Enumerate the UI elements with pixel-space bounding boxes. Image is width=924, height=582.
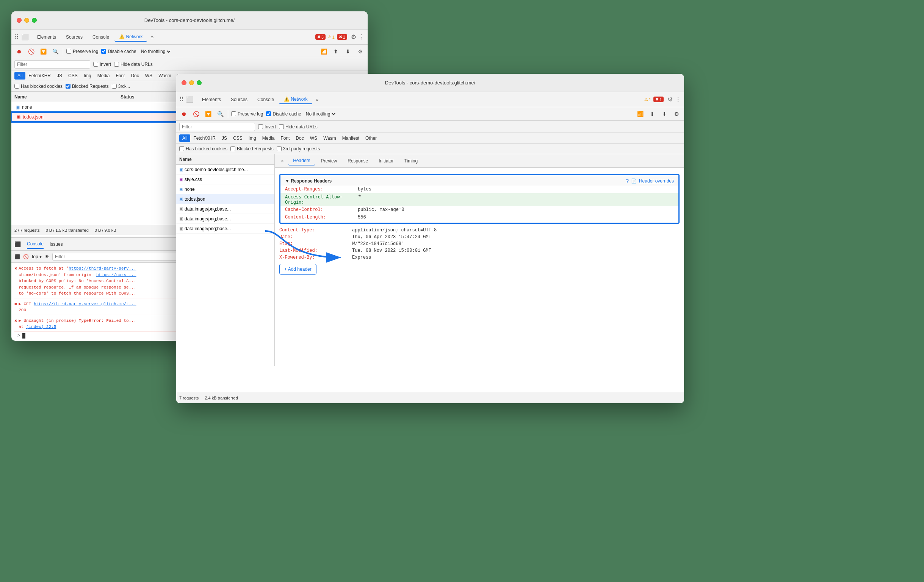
search-btn-back[interactable]: 🔍 [51, 47, 60, 56]
type-all-back[interactable]: All [15, 72, 25, 79]
download-icon-front[interactable]: ⬇ [660, 109, 669, 118]
settings-icon-back[interactable]: ⚙ [351, 33, 356, 41]
tab-console-back[interactable]: Console [88, 33, 114, 41]
error-link-4[interactable]: (index):22:5 [26, 324, 56, 329]
header-override-link[interactable]: Header overrides [639, 178, 674, 184]
tab-network-front[interactable]: ⚠️ Network [279, 95, 312, 104]
wifi-icon[interactable]: 📶 [319, 47, 328, 56]
error-link-2[interactable]: https://cors-... [96, 273, 137, 277]
type-font-front[interactable]: Font [277, 135, 293, 142]
inspect-icon-front[interactable]: ⠿ [179, 96, 184, 103]
invert-label[interactable]: Invert [93, 62, 111, 67]
tab-more-back[interactable]: » [148, 33, 157, 41]
top-dropdown[interactable]: top ▾ [32, 254, 42, 260]
close-detail-btn[interactable]: × [278, 156, 287, 166]
disable-cache-label-front[interactable]: Disable cache [266, 111, 301, 117]
blocked-cookies-label-front[interactable]: Has blocked cookies [179, 146, 228, 151]
filter-btn-front[interactable]: 🔽 [203, 109, 213, 118]
throttle-select-front[interactable]: No throttling [304, 111, 337, 117]
override-file-icon[interactable]: 📄 [631, 178, 637, 184]
add-header-button[interactable]: + Add header [279, 264, 317, 275]
filter-input-front[interactable] [179, 123, 255, 131]
file-row-4[interactable]: ▣ data:image/png;base... [176, 204, 274, 214]
preserve-log-label-front[interactable]: Preserve log [231, 111, 263, 117]
type-wasm-front[interactable]: Wasm [320, 135, 339, 142]
disable-cache-label[interactable]: Disable cache [101, 49, 136, 54]
detail-tab-initiator[interactable]: Initiator [374, 157, 398, 165]
sidebar-expand-icon[interactable]: ⬛ [15, 254, 20, 260]
settings-network-icon[interactable]: ⚙ [355, 47, 365, 56]
blocked-requests-label[interactable]: Blocked Requests [66, 84, 109, 89]
close-button-back[interactable] [16, 18, 21, 23]
file-row-3[interactable]: ▣ todos.json [176, 194, 274, 204]
third-party-label[interactable]: 3rd-... [112, 84, 130, 89]
blocked-requests-check[interactable] [66, 84, 71, 89]
tab-elements-back[interactable]: Elements [33, 33, 61, 41]
hide-data-label-front[interactable]: Hide data URLs [279, 124, 318, 130]
record-btn-front[interactable]: ⏺ [179, 109, 188, 118]
tab-console-front[interactable]: Console [253, 95, 279, 104]
file-row-6[interactable]: ▣ data:image/png;base... [176, 224, 274, 233]
clear-console-icon[interactable]: 🚫 [23, 254, 29, 260]
detail-tab-timing[interactable]: Timing [400, 157, 422, 165]
type-ws-back[interactable]: WS [142, 72, 155, 79]
tab-sources-front[interactable]: Sources [226, 95, 252, 104]
clear-btn-front[interactable]: 🚫 [191, 109, 200, 118]
minimize-button-front[interactable] [189, 80, 194, 85]
clear-btn-back[interactable]: 🚫 [26, 47, 36, 56]
type-media-back[interactable]: Media [94, 72, 113, 79]
blocked-requests-check-front[interactable] [231, 146, 235, 151]
question-icon[interactable]: ? [626, 178, 629, 184]
third-party-check[interactable] [112, 84, 117, 89]
blocked-cookies-label[interactable]: Has blocked cookies [15, 84, 63, 89]
type-js-back[interactable]: JS [54, 72, 65, 79]
hide-data-check[interactable] [114, 62, 119, 67]
type-img-front[interactable]: Img [246, 135, 259, 142]
invert-label-front[interactable]: Invert [258, 124, 276, 130]
type-wasm-back[interactable]: Wasm [155, 72, 174, 79]
settings-network-icon-front[interactable]: ⚙ [672, 109, 681, 118]
file-row-0[interactable]: ▣ cors-demo-devtools.glitch.me... [176, 165, 274, 174]
upload-icon-front[interactable]: ⬆ [648, 109, 657, 118]
blocked-cookies-check-front[interactable] [179, 146, 184, 151]
detail-tab-preview[interactable]: Preview [317, 157, 342, 165]
error-link-1[interactable]: https://third-party-serv... [69, 266, 136, 271]
download-icon[interactable]: ⬇ [343, 47, 353, 56]
console-tab-issues[interactable]: Issues [50, 240, 63, 248]
type-doc-front[interactable]: Doc [293, 135, 307, 142]
tab-network-back[interactable]: ⚠️ Network [114, 33, 147, 42]
filter-btn-back[interactable]: 🔽 [39, 47, 48, 56]
detail-tab-response[interactable]: Response [343, 157, 373, 165]
disable-cache-check-front[interactable] [266, 111, 271, 116]
type-img-back[interactable]: Img [81, 72, 94, 79]
upload-icon[interactable]: ⬆ [331, 47, 340, 56]
tab-elements-front[interactable]: Elements [198, 95, 226, 104]
device-icon[interactable]: ⬜ [21, 33, 29, 41]
invert-check[interactable] [93, 62, 98, 67]
settings-icon-front[interactable]: ⚙ [667, 96, 673, 103]
record-btn-back[interactable]: ⏺ [15, 47, 23, 56]
type-fetchxhr-front[interactable]: Fetch/XHR [190, 135, 219, 142]
type-font-back[interactable]: Font [112, 72, 128, 79]
disable-cache-check[interactable] [101, 49, 106, 54]
close-button-front[interactable] [182, 80, 186, 85]
type-js-front[interactable]: JS [219, 135, 230, 142]
type-fetchxhr-back[interactable]: Fetch/XHR [25, 72, 54, 79]
type-manifest-front[interactable]: Manifest [339, 135, 362, 142]
preserve-log-label[interactable]: Preserve log [66, 49, 98, 54]
more-icon-front[interactable]: ⋮ [675, 96, 681, 103]
device-icon-front[interactable]: ⬜ [186, 96, 194, 103]
type-css-front[interactable]: CSS [230, 135, 246, 142]
type-ws-front[interactable]: WS [307, 135, 320, 142]
wifi-icon-front[interactable]: 📶 [635, 109, 645, 118]
type-all-front[interactable]: All [179, 135, 190, 142]
error-link-3[interactable]: https://third-party-server.glitch.me/t..… [34, 302, 137, 306]
preserve-log-check-front[interactable] [231, 111, 236, 116]
throttle-select-back[interactable]: No throttling [139, 48, 172, 54]
invert-check-front[interactable] [258, 124, 263, 129]
type-css-back[interactable]: CSS [65, 72, 81, 79]
maximize-button-back[interactable] [32, 18, 37, 23]
tab-more-front[interactable]: » [313, 95, 322, 104]
detail-tab-headers[interactable]: Headers [289, 156, 315, 166]
file-row-5[interactable]: ▣ data:image/png;base... [176, 214, 274, 224]
